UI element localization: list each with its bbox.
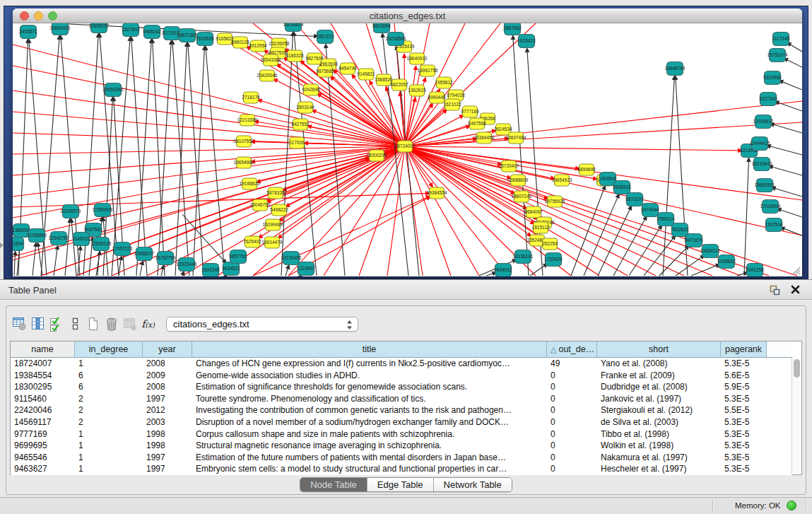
graph-node[interactable]: 14136141: [513, 250, 534, 264]
table-settings-button[interactable]: [11, 315, 28, 333]
graph-edge[interactable]: [405, 146, 797, 276]
graph-node[interactable]: 1692345: [201, 264, 220, 277]
graph-edge[interactable]: [405, 122, 802, 146]
graph-node[interactable]: 19384554: [427, 187, 447, 199]
graph-node[interactable]: 9329966: [763, 71, 782, 85]
graph-node[interactable]: 6873197: [625, 193, 644, 206]
graph-node[interactable]: 7955812: [435, 77, 453, 88]
graph-edge[interactable]: [771, 124, 802, 133]
column-header-in_degree[interactable]: in_degree: [75, 341, 143, 358]
graph-node[interactable]: 1621022: [443, 99, 461, 110]
graph-node[interactable]: 7515526: [196, 33, 214, 46]
graph-node[interactable]: 1362615: [408, 85, 426, 96]
graph-node[interactable]: 252254: [542, 238, 558, 250]
graph-node[interactable]: 9341256: [746, 264, 764, 277]
graph-node[interactable]: 9634521: [222, 262, 240, 276]
graph-node[interactable]: 9466162: [143, 25, 161, 39]
graph-node[interactable]: 19654982: [234, 157, 254, 168]
graph-edge[interactable]: [767, 146, 802, 155]
table-selector-combobox[interactable]: citations_edges.txt: [166, 317, 358, 332]
network-window[interactable]: citations_edges.txt 18724007183002951938…: [13, 8, 802, 276]
graph-edge[interactable]: [772, 187, 802, 197]
graph-node[interactable]: 17957223: [112, 243, 133, 256]
table-row[interactable]: 946554611997Estimation of the future num…: [11, 452, 792, 464]
graph-node[interactable]: 117006: [289, 137, 305, 148]
resize-grip-icon[interactable]: [791, 265, 801, 275]
citation-graph[interactable]: 1872400718300295193845549165822896012889…: [13, 23, 802, 276]
graph-node[interactable]: 7632621: [671, 223, 689, 237]
graph-node[interactable]: 2405571: [19, 25, 37, 39]
graph-edge[interactable]: [182, 214, 226, 263]
graph-node[interactable]: 8813054: [372, 23, 391, 33]
tab-network-table[interactable]: Network Table: [434, 478, 512, 491]
graph-edge[interactable]: [288, 146, 405, 276]
graph-edge[interactable]: [405, 146, 741, 151]
graph-edge[interactable]: [405, 146, 451, 276]
scrollbar-thumb[interactable]: [794, 359, 800, 378]
graph-edge[interactable]: [136, 40, 151, 276]
graph-node[interactable]: 10655257: [89, 23, 110, 33]
graph-node[interactable]: 16914479: [262, 237, 283, 248]
graph-node[interactable]: 9146821: [357, 69, 375, 80]
graph-edge[interactable]: [13, 45, 405, 146]
graph-node[interactable]: 9634012: [494, 264, 512, 277]
graph-node[interactable]: 1527602: [122, 23, 140, 37]
graph-node[interactable]: 6822057: [390, 79, 408, 90]
close-panel-icon[interactable]: [790, 284, 801, 295]
graph-node[interactable]: 15692951: [755, 179, 775, 192]
table-row[interactable]: 1830029562008Estimation of significance …: [11, 381, 792, 393]
graph-node[interactable]: 16648784: [665, 62, 686, 76]
column-header-short[interactable]: short: [597, 341, 721, 358]
table-row[interactable]: 911546021997Tourette syndrome. Phenomeno…: [11, 393, 792, 405]
graph-node[interactable]: 8912954: [249, 40, 267, 52]
row-height-button[interactable]: [66, 315, 83, 333]
graph-edge[interactable]: [38, 243, 42, 276]
float-panel-icon[interactable]: [769, 284, 781, 296]
graph-node[interactable]: 2718176: [242, 92, 260, 103]
graph-node[interactable]: 391594: [13, 238, 24, 251]
graph-node[interactable]: 1615423: [517, 35, 536, 48]
graph-node[interactable]: 7857223: [316, 30, 334, 44]
graph-node[interactable]: 29053346: [103, 83, 124, 97]
graph-node[interactable]: 8471676: [685, 234, 703, 247]
network-canvas[interactable]: 1872400718300295193845549165822896012889…: [13, 23, 802, 276]
table-row[interactable]: 1938455462009Genome-wide association stu…: [11, 370, 792, 382]
graph-edge[interactable]: [14, 252, 16, 276]
table-row[interactable]: 977716911998Corpus callosum shape and si…: [11, 428, 792, 440]
graph-edge[interactable]: [770, 166, 802, 175]
graph-node[interactable]: 15751074: [767, 49, 788, 62]
graph-edge[interactable]: [65, 219, 70, 276]
graph-node[interactable]: 17016504: [760, 200, 781, 214]
graph-node[interactable]: 9857791: [229, 250, 247, 264]
graph-node[interactable]: 1733426: [544, 253, 563, 267]
graph-node[interactable]: 12923448: [177, 258, 197, 271]
graph-node[interactable]: 15720407: [499, 160, 519, 172]
graph-node[interactable]: 7625402: [243, 236, 261, 247]
graph-node[interactable]: 10688609: [508, 175, 529, 186]
graph-edge[interactable]: [153, 40, 165, 276]
column-header-out_degree[interactable]: △out_de…: [547, 341, 597, 358]
graph-edge[interactable]: [405, 146, 741, 276]
graph-node[interactable]: 8960128: [231, 37, 249, 48]
graph-node[interactable]: 18300295: [367, 150, 387, 161]
graph-node[interactable]: 10607484: [506, 132, 526, 144]
graph-node[interactable]: 12444415: [750, 137, 770, 151]
graph-edge[interactable]: [676, 76, 688, 276]
graph-node[interactable]: 19218506: [386, 33, 406, 46]
graph-node[interactable]: 18107552: [234, 136, 254, 147]
graph-edge[interactable]: [629, 226, 661, 276]
graph-node[interactable]: 1167534: [765, 218, 783, 232]
graph-node[interactable]: 16099489: [263, 219, 283, 230]
graph-node[interactable]: 9777169: [461, 106, 479, 117]
graph-edge[interactable]: [779, 81, 802, 90]
graph-node[interactable]: 9474444: [641, 204, 659, 217]
graph-node[interactable]: 16046756: [250, 199, 271, 211]
graph-node[interactable]: 11156869: [27, 229, 47, 243]
graph-node[interactable]: 20364456: [474, 132, 495, 144]
graph-node[interactable]: 2887682: [503, 23, 522, 35]
graph-node[interactable]: 10958107: [134, 247, 155, 261]
graph-node[interactable]: 9242848: [302, 84, 320, 95]
delete-trash-button[interactable]: [102, 315, 120, 333]
column-header-pagerank[interactable]: pagerank: [721, 341, 767, 358]
column-header-title[interactable]: title: [192, 341, 547, 358]
